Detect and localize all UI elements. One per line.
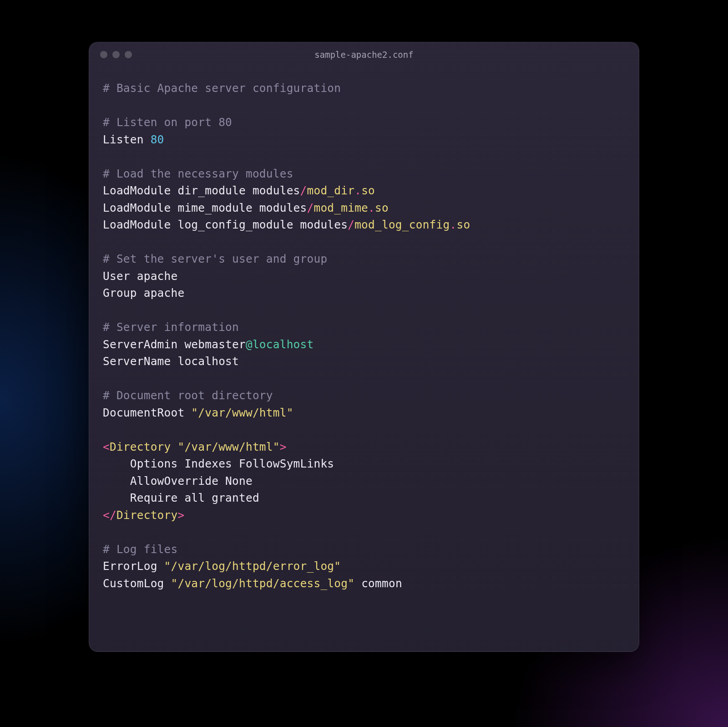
code-token: Require all granted: [103, 491, 259, 504]
code-token: .: [368, 201, 375, 214]
window-title: sample-apache2.conf: [89, 50, 639, 60]
code-token: DocumentRoot: [103, 406, 191, 419]
code-token: ErrorLog: [103, 559, 164, 573]
code-token: mod_log_config: [354, 218, 450, 231]
code-token: /: [300, 184, 307, 197]
close-icon[interactable]: [100, 51, 107, 58]
code-token: # Server information: [103, 320, 239, 334]
code-token: <: [103, 440, 110, 453]
code-token: "/var/www/html": [191, 406, 293, 419]
code-token: # Basic Apache server configuration: [103, 81, 341, 95]
code-token: common: [354, 577, 402, 590]
code-token: Directory: [110, 440, 178, 453]
code-token: so: [456, 218, 470, 231]
code-token: "/var/log/httpd/access_log": [171, 577, 355, 590]
code-token: LoadModule mime_module modules: [103, 201, 307, 214]
code-content: # Basic Apache server configuration # Li…: [89, 67, 639, 605]
code-token: AllowOverride None: [103, 474, 253, 488]
code-token: .: [354, 184, 361, 197]
code-token: </: [103, 508, 116, 522]
code-token: >: [177, 508, 184, 522]
maximize-icon[interactable]: [125, 51, 132, 58]
code-token: mod_mime: [313, 201, 368, 214]
code-token: # Set the server's user and group: [103, 252, 327, 265]
code-token: CustomLog: [103, 577, 171, 590]
code-token: LoadModule dir_module modules: [103, 184, 300, 197]
window-controls: [100, 51, 132, 58]
code-token: .: [450, 218, 456, 231]
code-token: so: [361, 184, 375, 197]
code-token: Directory: [116, 508, 178, 522]
code-token: 80: [151, 133, 164, 146]
code-token: # Listen on port 80: [103, 116, 232, 129]
code-token: /: [348, 218, 354, 231]
code-token: # Document root directory: [103, 389, 273, 402]
code-token: ServerAdmin webmaster: [103, 338, 246, 351]
code-token: Options Indexes FollowSymLinks: [103, 457, 334, 470]
code-token: Group apache: [103, 286, 184, 300]
minimize-icon[interactable]: [112, 51, 120, 58]
titlebar: sample-apache2.conf: [89, 42, 639, 67]
code-token: "/var/www/html": [177, 440, 279, 453]
code-token: /: [307, 201, 314, 214]
code-token: mod_dir: [307, 184, 355, 197]
code-token: >: [280, 440, 287, 453]
code-token: LoadModule log_config_module modules: [103, 218, 348, 231]
code-token: # Load the necessary modules: [103, 167, 293, 180]
code-token: Listen: [103, 133, 151, 146]
code-token: @localhost: [246, 338, 314, 351]
code-token: "/var/log/httpd/error_log": [164, 559, 341, 573]
code-token: User apache: [103, 269, 177, 283]
code-token: ServerName localhost: [103, 355, 239, 368]
code-window: sample-apache2.conf # Basic Apache serve…: [89, 42, 639, 652]
code-token: so: [375, 201, 389, 214]
code-token: # Log files: [103, 543, 177, 556]
